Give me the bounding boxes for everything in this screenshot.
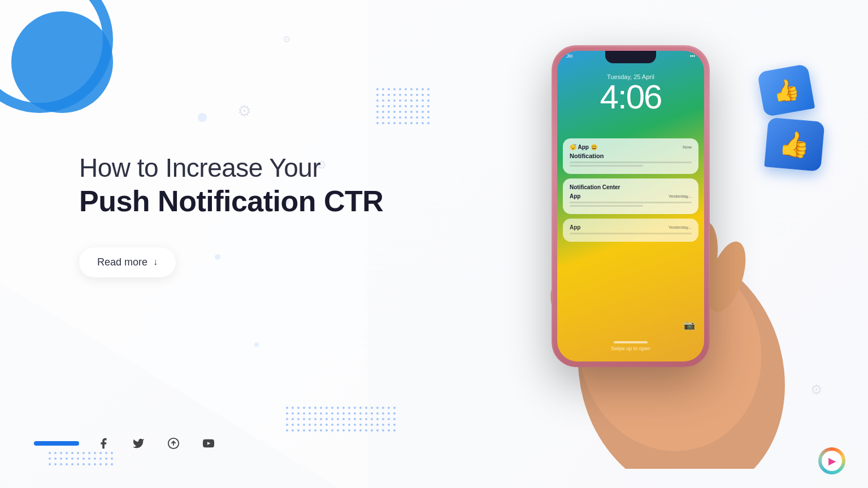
content-left: How to Increase Your Push Notification C… <box>79 152 383 277</box>
headline-line1: How to Increase Your <box>79 152 383 184</box>
logo-icon: ▶ <box>828 456 835 467</box>
notification-card-1: 😴 App 😃 Now Notification <box>563 138 698 174</box>
youtube-icon[interactable] <box>198 433 219 454</box>
logo-inner: ▶ <box>822 451 842 471</box>
notif-time-1: Now <box>683 145 692 150</box>
camera-icon: 📷 <box>684 320 695 330</box>
notif-line-1a <box>570 162 692 163</box>
notif-time-2: Yesterday... <box>669 194 692 199</box>
notif-line-3 <box>570 233 692 234</box>
dot-pattern-top-right: (function() { for(let i=0; i<70; i++) { … <box>373 85 429 124</box>
notif-app-1: 😴 App 😃 <box>570 144 597 150</box>
scatter-1 <box>198 113 207 122</box>
notif-time-3: Yesterday... <box>669 225 692 230</box>
scatter-4 <box>254 342 259 347</box>
notif-line-2a <box>570 202 692 203</box>
read-more-button[interactable]: Read more ↓ <box>79 247 176 277</box>
twitter-icon[interactable] <box>128 433 149 454</box>
notif-line-2b <box>570 205 643 207</box>
notification-card-2: Notification Center App Yesterday... <box>563 178 698 214</box>
phone-notifications: 😴 App 😃 Now Notification Notification Ce… <box>563 138 698 246</box>
arrow-down-icon: ↓ <box>153 257 158 267</box>
phone-bottom: Swipe up to open <box>557 341 704 351</box>
gear-icon-4: ⚙ <box>283 34 290 45</box>
phone-frame: Jio ▪▪▪ Tuesday, 25 April 4:06 😴 App 😃 N… <box>552 45 710 367</box>
signal-icons: ▪▪▪ <box>689 53 695 59</box>
notif-line-1b <box>570 165 643 167</box>
swipe-up-text: Swipe up to open <box>557 346 704 351</box>
phone-date: Tuesday, 25 April <box>557 73 704 80</box>
dot-pattern-bottom-center: (function() { for(let i=0; i<100; i++) {… <box>283 403 396 432</box>
notif-title-1: Notification <box>570 152 692 159</box>
circle-decoration-inner <box>11 11 113 113</box>
phone-mockup: Jio ▪▪▪ Tuesday, 25 April 4:06 😴 App 😃 N… <box>552 45 721 384</box>
page-background: (function() { for(let i=0; i<70; i++) { … <box>0 0 868 488</box>
gear-icon-1: ⚙ <box>237 102 251 120</box>
notif-center-label: Notification Center <box>570 184 692 190</box>
phone-status-bar: Jio ▪▪▪ <box>557 51 704 59</box>
home-indicator <box>614 341 648 343</box>
social-bar <box>34 433 219 454</box>
notif-app-3: App <box>570 224 580 230</box>
brand-logo: ▶ <box>818 447 845 474</box>
read-more-label: Read more <box>97 256 147 268</box>
thumbs-up-icon-1: 👍 <box>771 76 801 104</box>
phone-time: 4:06 <box>557 80 704 114</box>
phone-screen: Jio ▪▪▪ Tuesday, 25 April 4:06 😴 App 😃 N… <box>557 51 704 361</box>
share-icon[interactable] <box>163 433 184 454</box>
headline-line2: Push Notification CTR <box>79 184 383 219</box>
notification-card-3: App Yesterday... <box>563 219 698 242</box>
social-divider-line <box>34 441 79 446</box>
carrier-label: Jio <box>566 53 573 59</box>
gear-icon-3: ⚙ <box>810 382 823 398</box>
notif-app-2: App <box>570 193 580 199</box>
facebook-icon[interactable] <box>93 433 114 454</box>
phone-time-display: Tuesday, 25 April 4:06 <box>557 73 704 114</box>
